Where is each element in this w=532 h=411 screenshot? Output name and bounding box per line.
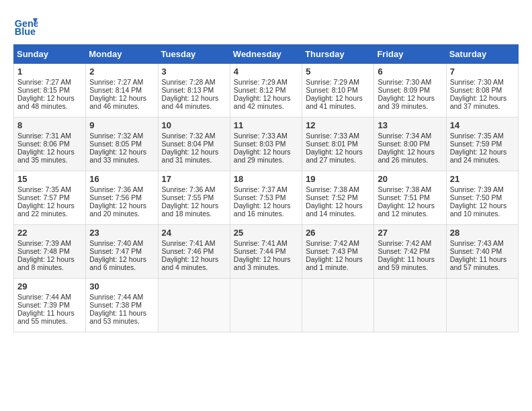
day-number: 25 xyxy=(234,228,298,238)
page-header: General Blue xyxy=(13,13,519,38)
sunrise: Sunrise: 7:42 AM xyxy=(378,239,431,247)
day-number: 1 xyxy=(17,66,82,77)
day-number: 21 xyxy=(450,174,515,184)
daylight-label: Daylight: 12 hours and 4 minutes. xyxy=(162,255,219,271)
sunrise: Sunrise: 7:43 AM xyxy=(450,239,504,247)
sunrise: Sunrise: 7:31 AM xyxy=(17,132,71,140)
day-number: 22 xyxy=(17,228,82,238)
daylight-label: Daylight: 12 hours and 20 minutes. xyxy=(89,201,146,218)
week-row-1: 1Sunrise: 7:27 AMSunset: 8:15 PMDaylight… xyxy=(14,64,519,118)
day-number: 18 xyxy=(234,174,298,184)
day-number: 23 xyxy=(89,228,154,238)
day-number: 6 xyxy=(378,66,442,77)
sunrise: Sunrise: 7:32 AM xyxy=(89,132,143,140)
daylight-label: Daylight: 12 hours and 16 minutes. xyxy=(234,201,291,218)
day-number: 12 xyxy=(306,120,370,130)
day-number: 15 xyxy=(17,174,82,184)
daylight-label: Daylight: 11 hours and 53 minutes. xyxy=(89,309,146,325)
daylight-label: Daylight: 12 hours and 22 minutes. xyxy=(17,201,75,218)
day-cell-15: 15Sunrise: 7:35 AMSunset: 7:57 PMDayligh… xyxy=(14,171,86,225)
day-cell-22: 22Sunrise: 7:39 AMSunset: 7:48 PMDayligh… xyxy=(14,225,86,279)
empty-cell xyxy=(230,279,302,332)
sunrise: Sunrise: 7:39 AM xyxy=(17,239,71,247)
sunrise: Sunrise: 7:35 AM xyxy=(450,132,504,140)
day-cell-8: 8Sunrise: 7:31 AMSunset: 8:06 PMDaylight… xyxy=(14,118,86,171)
sunset: Sunset: 8:03 PM xyxy=(234,140,286,148)
sunrise: Sunrise: 7:44 AM xyxy=(89,293,143,301)
week-row-3: 15Sunrise: 7:35 AMSunset: 7:57 PMDayligh… xyxy=(14,171,519,225)
sunrise: Sunrise: 7:33 AM xyxy=(306,132,359,140)
sunrise: Sunrise: 7:36 AM xyxy=(89,185,143,193)
sunrise: Sunrise: 7:42 AM xyxy=(306,239,359,247)
day-cell-29: 29Sunrise: 7:44 AMSunset: 7:39 PMDayligh… xyxy=(14,279,86,332)
day-number: 8 xyxy=(17,120,82,130)
day-cell-14: 14Sunrise: 7:35 AMSunset: 7:59 PMDayligh… xyxy=(446,118,518,171)
day-cell-4: 4Sunrise: 7:29 AMSunset: 8:12 PMDaylight… xyxy=(230,64,302,118)
day-number: 16 xyxy=(89,174,154,184)
day-number: 27 xyxy=(378,228,442,238)
week-row-2: 8Sunrise: 7:31 AMSunset: 8:06 PMDaylight… xyxy=(14,118,519,171)
sunrise: Sunrise: 7:33 AM xyxy=(234,132,287,140)
col-header-tuesday: Tuesday xyxy=(158,45,230,64)
day-number: 26 xyxy=(306,228,370,238)
sunrise: Sunrise: 7:29 AM xyxy=(234,78,287,86)
sunrise: Sunrise: 7:30 AM xyxy=(450,78,504,86)
empty-cell xyxy=(374,279,446,332)
sunrise: Sunrise: 7:32 AM xyxy=(162,132,216,140)
day-cell-6: 6Sunrise: 7:30 AMSunset: 8:09 PMDaylight… xyxy=(374,64,446,118)
daylight-label: Daylight: 11 hours and 59 minutes. xyxy=(378,255,435,271)
day-cell-10: 10Sunrise: 7:32 AMSunset: 8:04 PMDayligh… xyxy=(158,118,230,171)
sunset: Sunset: 8:08 PM xyxy=(450,86,502,94)
sunrise: Sunrise: 7:27 AM xyxy=(17,78,71,86)
daylight-label: Daylight: 12 hours and 37 minutes. xyxy=(450,94,507,110)
sunset: Sunset: 7:42 PM xyxy=(378,247,430,255)
day-cell-1: 1Sunrise: 7:27 AMSunset: 8:15 PMDaylight… xyxy=(14,64,86,118)
day-cell-16: 16Sunrise: 7:36 AMSunset: 7:56 PMDayligh… xyxy=(86,171,158,225)
logo-icon: General Blue xyxy=(13,13,38,38)
calendar-table: SundayMondayTuesdayWednesdayThursdayFrid… xyxy=(13,44,519,332)
daylight-label: Daylight: 12 hours and 48 minutes. xyxy=(17,94,75,110)
day-cell-17: 17Sunrise: 7:36 AMSunset: 7:55 PMDayligh… xyxy=(158,171,230,225)
day-number: 28 xyxy=(450,228,515,238)
daylight-label: Daylight: 12 hours and 26 minutes. xyxy=(378,148,435,164)
day-cell-3: 3Sunrise: 7:28 AMSunset: 8:13 PMDaylight… xyxy=(158,64,230,118)
sunset: Sunset: 7:56 PM xyxy=(89,193,142,201)
daylight-label: Daylight: 12 hours and 31 minutes. xyxy=(162,148,219,164)
day-cell-11: 11Sunrise: 7:33 AMSunset: 8:03 PMDayligh… xyxy=(230,118,302,171)
daylight-label: Daylight: 12 hours and 14 minutes. xyxy=(306,201,363,218)
sunrise: Sunrise: 7:44 AM xyxy=(17,293,71,301)
sunrise: Sunrise: 7:40 AM xyxy=(89,239,143,247)
sunrise: Sunrise: 7:39 AM xyxy=(450,185,504,193)
sunrise: Sunrise: 7:38 AM xyxy=(306,185,359,193)
col-header-thursday: Thursday xyxy=(302,45,374,64)
daylight-label: Daylight: 11 hours and 55 minutes. xyxy=(17,309,75,325)
col-header-monday: Monday xyxy=(86,45,158,64)
col-header-saturday: Saturday xyxy=(446,45,518,64)
empty-cell xyxy=(446,279,518,332)
sunset: Sunset: 7:50 PM xyxy=(450,193,502,201)
day-number: 4 xyxy=(234,66,298,77)
sunset: Sunset: 8:13 PM xyxy=(162,86,214,94)
daylight-label: Daylight: 12 hours and 1 minute. xyxy=(306,255,363,271)
day-number: 13 xyxy=(378,120,442,130)
day-number: 24 xyxy=(162,228,226,238)
week-row-5: 29Sunrise: 7:44 AMSunset: 7:39 PMDayligh… xyxy=(14,279,519,332)
day-cell-23: 23Sunrise: 7:40 AMSunset: 7:47 PMDayligh… xyxy=(86,225,158,279)
daylight-label: Daylight: 12 hours and 24 minutes. xyxy=(450,148,507,164)
sunset: Sunset: 8:10 PM xyxy=(306,86,358,94)
sunset: Sunset: 7:46 PM xyxy=(162,247,214,255)
sunrise: Sunrise: 7:29 AM xyxy=(306,78,359,86)
sunset: Sunset: 8:04 PM xyxy=(162,140,214,148)
day-number: 2 xyxy=(89,66,154,77)
sunset: Sunset: 7:59 PM xyxy=(450,140,502,148)
day-cell-20: 20Sunrise: 7:38 AMSunset: 7:51 PMDayligh… xyxy=(374,171,446,225)
svg-text:Blue: Blue xyxy=(15,26,36,37)
day-cell-13: 13Sunrise: 7:34 AMSunset: 8:00 PMDayligh… xyxy=(374,118,446,171)
sunrise: Sunrise: 7:28 AM xyxy=(162,78,216,86)
daylight-label: Daylight: 12 hours and 35 minutes. xyxy=(17,148,75,164)
sunrise: Sunrise: 7:30 AM xyxy=(378,78,431,86)
day-cell-27: 27Sunrise: 7:42 AMSunset: 7:42 PMDayligh… xyxy=(374,225,446,279)
col-header-wednesday: Wednesday xyxy=(230,45,302,64)
empty-cell xyxy=(302,279,374,332)
daylight-label: Daylight: 12 hours and 41 minutes. xyxy=(306,94,363,110)
